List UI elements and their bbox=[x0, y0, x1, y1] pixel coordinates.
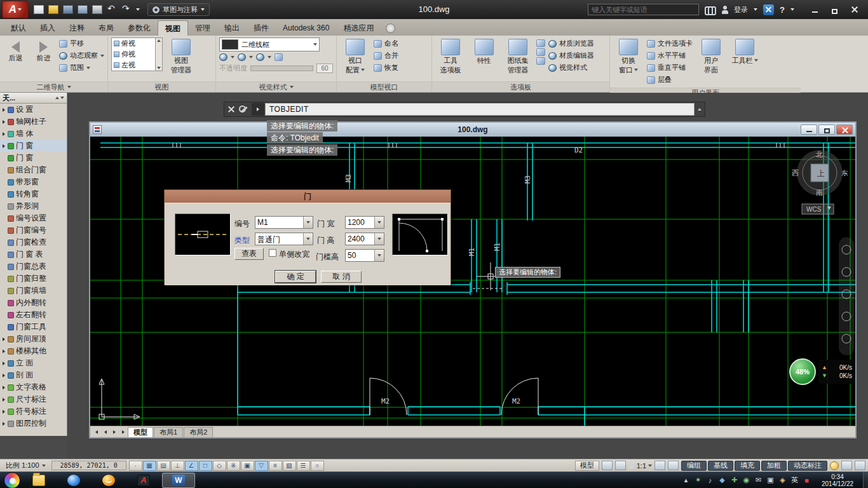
osnap3d-toggle[interactable]: ◇ bbox=[213, 461, 226, 471]
ok-button[interactable]: 确 定 bbox=[275, 271, 316, 283]
command-input[interactable]: TOBJEDIT bbox=[265, 103, 695, 116]
chevron-down-icon[interactable] bbox=[374, 233, 384, 245]
workspace-switch-icon[interactable] bbox=[830, 461, 839, 470]
sidebar-item[interactable]: 门窗总表 bbox=[0, 261, 67, 273]
command-customize-wrench-icon[interactable] bbox=[238, 104, 250, 115]
taskbar-clock[interactable]: 0:34 2014/12/22 bbox=[816, 473, 859, 487]
ribbon-collapse-button[interactable] bbox=[386, 24, 395, 33]
open-file-icon[interactable] bbox=[48, 5, 58, 14]
drawing-window-titlebar[interactable]: 100.dwg bbox=[90, 123, 855, 137]
sidebar-item[interactable]: 轴网柱子 bbox=[0, 116, 67, 128]
sidebar-item[interactable]: 文字表格 bbox=[0, 381, 67, 393]
sidebar-item[interactable]: 异形洞 bbox=[0, 200, 67, 212]
sidebar-item[interactable]: 组合门窗 bbox=[0, 164, 67, 176]
search-binoculars-icon[interactable] bbox=[705, 6, 716, 13]
layout-tab[interactable]: 模型 bbox=[128, 427, 153, 437]
visual-style-dropdown[interactable]: 二维线框 bbox=[219, 37, 320, 51]
next-layout-icon[interactable] bbox=[110, 428, 118, 436]
viewport-configuration-button[interactable]: 视口 配置 bbox=[340, 37, 370, 74]
view-list-item[interactable]: 俯视 bbox=[112, 38, 155, 49]
close-button[interactable] bbox=[846, 4, 863, 15]
shaded-style-icon[interactable] bbox=[219, 53, 227, 61]
sidebar-item[interactable]: 尺寸标注 bbox=[0, 393, 67, 405]
scale-button[interactable]: 比例 1:100 bbox=[3, 461, 49, 471]
view-manager-button[interactable]: 视图 管理器 bbox=[166, 37, 196, 74]
dyn-toggle[interactable]: ▽ bbox=[255, 461, 268, 471]
orbit-button[interactable]: 动态观察 bbox=[59, 50, 104, 62]
exchange-apps-icon[interactable] bbox=[763, 4, 774, 15]
ui-small-button[interactable]: 层叠 bbox=[647, 74, 693, 86]
door-plan-preview[interactable] bbox=[175, 214, 231, 255]
tray-icon[interactable]: ◆ bbox=[717, 476, 728, 484]
quick-properties-toggle[interactable]: ☰ bbox=[297, 461, 310, 471]
snap-toggle[interactable]: ▦ bbox=[143, 461, 156, 471]
sidebar-header[interactable]: 天... bbox=[0, 93, 67, 104]
xray-icon[interactable] bbox=[275, 53, 283, 61]
view-list-scrollbar[interactable] bbox=[156, 37, 163, 71]
chevron-down-icon[interactable] bbox=[374, 250, 384, 261]
tarch-toggle-button[interactable]: 填充 bbox=[735, 461, 760, 471]
sidebar-item[interactable]: 墙 体 bbox=[0, 128, 67, 140]
new-file-icon[interactable] bbox=[34, 5, 44, 14]
tray-icon[interactable]: ■ bbox=[801, 477, 812, 484]
tray-icon[interactable]: ◈ bbox=[777, 476, 788, 484]
view-list-item[interactable]: 仰视 bbox=[112, 49, 155, 60]
minimize-button[interactable] bbox=[806, 4, 824, 15]
join-viewports-button[interactable]: 合并 bbox=[374, 50, 398, 62]
save-icon[interactable] bbox=[63, 5, 73, 14]
zoom-extents-button[interactable]: 范围 bbox=[59, 62, 104, 74]
taskbar-browser-button[interactable] bbox=[57, 473, 90, 488]
ribbon-tab[interactable]: 注释 bbox=[62, 20, 92, 36]
ui-small-button[interactable]: 垂直平铺 bbox=[647, 62, 693, 74]
lookup-table-button[interactable]: 查表 bbox=[234, 248, 264, 260]
taskbar-word-button[interactable]: W bbox=[162, 473, 195, 488]
layout-tab[interactable]: 布局1 bbox=[154, 427, 183, 437]
restore-viewports-button[interactable]: 恢复 bbox=[374, 62, 398, 74]
autoscale-icon[interactable] bbox=[668, 461, 679, 470]
door-height-combo[interactable]: 2400 bbox=[345, 233, 384, 245]
sidebar-item[interactable]: 剖 面 bbox=[0, 369, 67, 381]
sidebar-item[interactable]: 门 窗 表 bbox=[0, 248, 67, 261]
qat-chevron-down-icon[interactable] bbox=[136, 8, 140, 11]
view-list[interactable]: 俯视 仰视 左视 bbox=[111, 37, 156, 71]
sidebar-scroll-down-icon[interactable] bbox=[60, 97, 64, 99]
ui-small-button[interactable]: 文件选项卡 bbox=[647, 37, 693, 50]
model-space-button[interactable]: 模型 bbox=[575, 461, 599, 471]
otrack-toggle[interactable]: ※ bbox=[227, 461, 240, 471]
scroll-down-icon[interactable] bbox=[157, 67, 161, 69]
markup-palette-icon[interactable] bbox=[536, 57, 545, 65]
dialog-titlebar[interactable]: 门 bbox=[165, 190, 451, 203]
panel-title-palettes[interactable]: 选项板 bbox=[432, 81, 609, 92]
sidebar-item[interactable]: 楼梯其他 bbox=[0, 345, 67, 357]
palette-small-button[interactable]: 视觉样式 bbox=[548, 62, 594, 74]
sidebar-item[interactable]: 房间屋顶 bbox=[0, 333, 67, 345]
search-input[interactable] bbox=[588, 4, 699, 15]
first-layout-icon[interactable] bbox=[92, 428, 100, 436]
sidebar-item[interactable]: 门窗工具 bbox=[0, 321, 67, 333]
sidebar-item[interactable]: 门窗检查 bbox=[0, 236, 67, 248]
toolbars-button[interactable]: 工具栏 bbox=[729, 37, 760, 65]
chevron-down-icon[interactable] bbox=[303, 217, 313, 228]
polar-toggle[interactable]: ∠ bbox=[185, 461, 198, 471]
save-as-icon[interactable] bbox=[78, 5, 88, 14]
ribbon-tab[interactable]: 插入 bbox=[33, 20, 62, 36]
application-menu-button[interactable]: A bbox=[2, 1, 29, 18]
chevron-down-icon[interactable] bbox=[790, 8, 794, 11]
tray-icon[interactable]: ✚ bbox=[729, 476, 740, 484]
panel-title-2d-navigation[interactable]: 二维导航 bbox=[0, 81, 107, 92]
tray-icon[interactable]: ◉ bbox=[741, 476, 752, 484]
sidebar-item[interactable]: 立 面 bbox=[0, 357, 67, 369]
properties-palette-button[interactable]: 特性 bbox=[469, 37, 499, 65]
tarch-toggle-button[interactable]: 加粗 bbox=[761, 461, 787, 471]
tray-icon[interactable]: ▣ bbox=[765, 476, 776, 484]
door-width-combo[interactable]: 1200 bbox=[345, 216, 384, 229]
sidebar-item[interactable]: 编号设置 bbox=[0, 212, 67, 224]
tray-icon[interactable]: 英 bbox=[789, 475, 800, 485]
view-list-item[interactable]: 左视 bbox=[112, 60, 155, 71]
door-swing-preview[interactable] bbox=[392, 214, 448, 255]
chevron-down-icon[interactable] bbox=[249, 56, 253, 58]
taskbar-explorer-button[interactable] bbox=[22, 473, 55, 488]
maximize-button[interactable] bbox=[826, 4, 843, 15]
layout-quickview-icon[interactable] bbox=[602, 461, 613, 470]
sidebar-item[interactable]: 门窗编号 bbox=[0, 224, 67, 236]
